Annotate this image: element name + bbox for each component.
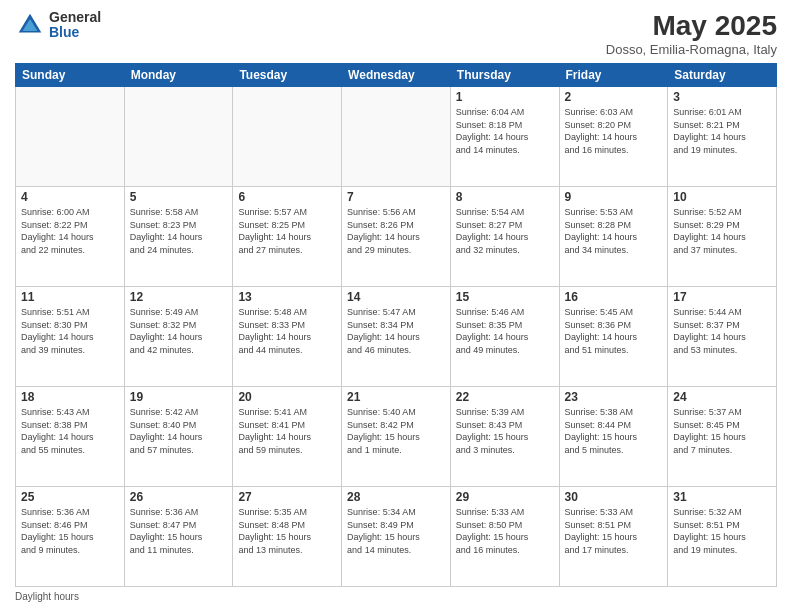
calendar-cell-w3-d7: 17Sunrise: 5:44 AM Sunset: 8:37 PM Dayli… — [668, 287, 777, 387]
calendar-cell-w5-d7: 31Sunrise: 5:32 AM Sunset: 8:51 PM Dayli… — [668, 487, 777, 587]
day-number-13: 13 — [238, 290, 336, 304]
day-number-27: 27 — [238, 490, 336, 504]
calendar-cell-w2-d4: 7Sunrise: 5:56 AM Sunset: 8:26 PM Daylig… — [342, 187, 451, 287]
calendar-cell-w1-d3 — [233, 87, 342, 187]
day-number-16: 16 — [565, 290, 663, 304]
calendar-cell-w2-d1: 4Sunrise: 6:00 AM Sunset: 8:22 PM Daylig… — [16, 187, 125, 287]
day-info-16: Sunrise: 5:45 AM Sunset: 8:36 PM Dayligh… — [565, 306, 663, 356]
calendar-cell-w2-d7: 10Sunrise: 5:52 AM Sunset: 8:29 PM Dayli… — [668, 187, 777, 287]
calendar-cell-w2-d2: 5Sunrise: 5:58 AM Sunset: 8:23 PM Daylig… — [124, 187, 233, 287]
day-number-10: 10 — [673, 190, 771, 204]
col-sunday: Sunday — [16, 64, 125, 87]
day-info-19: Sunrise: 5:42 AM Sunset: 8:40 PM Dayligh… — [130, 406, 228, 456]
header: General Blue May 2025 Dosso, Emilia-Roma… — [15, 10, 777, 57]
calendar-cell-w4-d3: 20Sunrise: 5:41 AM Sunset: 8:41 PM Dayli… — [233, 387, 342, 487]
day-info-6: Sunrise: 5:57 AM Sunset: 8:25 PM Dayligh… — [238, 206, 336, 256]
col-monday: Monday — [124, 64, 233, 87]
calendar-cell-w1-d2 — [124, 87, 233, 187]
calendar-cell-w5-d6: 30Sunrise: 5:33 AM Sunset: 8:51 PM Dayli… — [559, 487, 668, 587]
day-info-24: Sunrise: 5:37 AM Sunset: 8:45 PM Dayligh… — [673, 406, 771, 456]
day-info-25: Sunrise: 5:36 AM Sunset: 8:46 PM Dayligh… — [21, 506, 119, 556]
logo-general-text: General — [49, 10, 101, 25]
day-number-29: 29 — [456, 490, 554, 504]
calendar-cell-w3-d3: 13Sunrise: 5:48 AM Sunset: 8:33 PM Dayli… — [233, 287, 342, 387]
day-number-28: 28 — [347, 490, 445, 504]
calendar-cell-w5-d2: 26Sunrise: 5:36 AM Sunset: 8:47 PM Dayli… — [124, 487, 233, 587]
day-info-30: Sunrise: 5:33 AM Sunset: 8:51 PM Dayligh… — [565, 506, 663, 556]
day-number-8: 8 — [456, 190, 554, 204]
location-text: Dosso, Emilia-Romagna, Italy — [606, 42, 777, 57]
calendar-cell-w1-d7: 3Sunrise: 6:01 AM Sunset: 8:21 PM Daylig… — [668, 87, 777, 187]
day-info-11: Sunrise: 5:51 AM Sunset: 8:30 PM Dayligh… — [21, 306, 119, 356]
day-info-27: Sunrise: 5:35 AM Sunset: 8:48 PM Dayligh… — [238, 506, 336, 556]
day-number-14: 14 — [347, 290, 445, 304]
calendar-cell-w5-d1: 25Sunrise: 5:36 AM Sunset: 8:46 PM Dayli… — [16, 487, 125, 587]
col-friday: Friday — [559, 64, 668, 87]
day-info-10: Sunrise: 5:52 AM Sunset: 8:29 PM Dayligh… — [673, 206, 771, 256]
logo-icon — [15, 10, 45, 40]
day-number-15: 15 — [456, 290, 554, 304]
day-number-22: 22 — [456, 390, 554, 404]
day-number-1: 1 — [456, 90, 554, 104]
col-saturday: Saturday — [668, 64, 777, 87]
calendar-cell-w1-d6: 2Sunrise: 6:03 AM Sunset: 8:20 PM Daylig… — [559, 87, 668, 187]
day-info-17: Sunrise: 5:44 AM Sunset: 8:37 PM Dayligh… — [673, 306, 771, 356]
day-number-11: 11 — [21, 290, 119, 304]
calendar-week-3: 11Sunrise: 5:51 AM Sunset: 8:30 PM Dayli… — [16, 287, 777, 387]
day-number-25: 25 — [21, 490, 119, 504]
calendar-cell-w5-d4: 28Sunrise: 5:34 AM Sunset: 8:49 PM Dayli… — [342, 487, 451, 587]
calendar-cell-w3-d5: 15Sunrise: 5:46 AM Sunset: 8:35 PM Dayli… — [450, 287, 559, 387]
day-number-7: 7 — [347, 190, 445, 204]
calendar-cell-w4-d1: 18Sunrise: 5:43 AM Sunset: 8:38 PM Dayli… — [16, 387, 125, 487]
day-info-28: Sunrise: 5:34 AM Sunset: 8:49 PM Dayligh… — [347, 506, 445, 556]
title-section: May 2025 Dosso, Emilia-Romagna, Italy — [606, 10, 777, 57]
logo: General Blue — [15, 10, 101, 41]
day-number-17: 17 — [673, 290, 771, 304]
day-info-15: Sunrise: 5:46 AM Sunset: 8:35 PM Dayligh… — [456, 306, 554, 356]
day-number-20: 20 — [238, 390, 336, 404]
calendar-cell-w4-d4: 21Sunrise: 5:40 AM Sunset: 8:42 PM Dayli… — [342, 387, 451, 487]
calendar-table: Sunday Monday Tuesday Wednesday Thursday… — [15, 63, 777, 587]
day-info-26: Sunrise: 5:36 AM Sunset: 8:47 PM Dayligh… — [130, 506, 228, 556]
logo-blue-text: Blue — [49, 25, 101, 40]
day-info-8: Sunrise: 5:54 AM Sunset: 8:27 PM Dayligh… — [456, 206, 554, 256]
day-info-20: Sunrise: 5:41 AM Sunset: 8:41 PM Dayligh… — [238, 406, 336, 456]
day-info-12: Sunrise: 5:49 AM Sunset: 8:32 PM Dayligh… — [130, 306, 228, 356]
calendar-week-4: 18Sunrise: 5:43 AM Sunset: 8:38 PM Dayli… — [16, 387, 777, 487]
day-number-9: 9 — [565, 190, 663, 204]
day-number-26: 26 — [130, 490, 228, 504]
calendar-cell-w3-d1: 11Sunrise: 5:51 AM Sunset: 8:30 PM Dayli… — [16, 287, 125, 387]
calendar-cell-w4-d5: 22Sunrise: 5:39 AM Sunset: 8:43 PM Dayli… — [450, 387, 559, 487]
calendar-cell-w2-d5: 8Sunrise: 5:54 AM Sunset: 8:27 PM Daylig… — [450, 187, 559, 287]
calendar-cell-w3-d6: 16Sunrise: 5:45 AM Sunset: 8:36 PM Dayli… — [559, 287, 668, 387]
footer-note: Daylight hours — [15, 591, 777, 602]
day-number-2: 2 — [565, 90, 663, 104]
day-number-12: 12 — [130, 290, 228, 304]
day-info-31: Sunrise: 5:32 AM Sunset: 8:51 PM Dayligh… — [673, 506, 771, 556]
day-info-18: Sunrise: 5:43 AM Sunset: 8:38 PM Dayligh… — [21, 406, 119, 456]
calendar-cell-w4-d7: 24Sunrise: 5:37 AM Sunset: 8:45 PM Dayli… — [668, 387, 777, 487]
day-info-4: Sunrise: 6:00 AM Sunset: 8:22 PM Dayligh… — [21, 206, 119, 256]
day-number-30: 30 — [565, 490, 663, 504]
calendar-cell-w5-d5: 29Sunrise: 5:33 AM Sunset: 8:50 PM Dayli… — [450, 487, 559, 587]
day-number-18: 18 — [21, 390, 119, 404]
calendar-cell-w4-d2: 19Sunrise: 5:42 AM Sunset: 8:40 PM Dayli… — [124, 387, 233, 487]
calendar-cell-w1-d5: 1Sunrise: 6:04 AM Sunset: 8:18 PM Daylig… — [450, 87, 559, 187]
day-info-1: Sunrise: 6:04 AM Sunset: 8:18 PM Dayligh… — [456, 106, 554, 156]
calendar-week-2: 4Sunrise: 6:00 AM Sunset: 8:22 PM Daylig… — [16, 187, 777, 287]
day-info-9: Sunrise: 5:53 AM Sunset: 8:28 PM Dayligh… — [565, 206, 663, 256]
calendar-header-row: Sunday Monday Tuesday Wednesday Thursday… — [16, 64, 777, 87]
calendar-week-5: 25Sunrise: 5:36 AM Sunset: 8:46 PM Dayli… — [16, 487, 777, 587]
logo-text: General Blue — [49, 10, 101, 41]
day-info-14: Sunrise: 5:47 AM Sunset: 8:34 PM Dayligh… — [347, 306, 445, 356]
day-info-22: Sunrise: 5:39 AM Sunset: 8:43 PM Dayligh… — [456, 406, 554, 456]
calendar-cell-w2-d3: 6Sunrise: 5:57 AM Sunset: 8:25 PM Daylig… — [233, 187, 342, 287]
calendar-week-1: 1Sunrise: 6:04 AM Sunset: 8:18 PM Daylig… — [16, 87, 777, 187]
day-number-19: 19 — [130, 390, 228, 404]
calendar-cell-w2-d6: 9Sunrise: 5:53 AM Sunset: 8:28 PM Daylig… — [559, 187, 668, 287]
calendar-cell-w3-d4: 14Sunrise: 5:47 AM Sunset: 8:34 PM Dayli… — [342, 287, 451, 387]
day-info-3: Sunrise: 6:01 AM Sunset: 8:21 PM Dayligh… — [673, 106, 771, 156]
day-info-7: Sunrise: 5:56 AM Sunset: 8:26 PM Dayligh… — [347, 206, 445, 256]
day-number-5: 5 — [130, 190, 228, 204]
calendar-cell-w1-d4 — [342, 87, 451, 187]
